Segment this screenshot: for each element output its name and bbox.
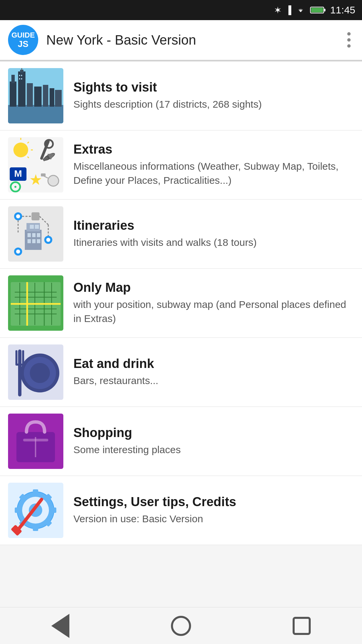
overflow-menu-button[interactable] [344, 29, 354, 51]
svg-point-41 [16, 214, 20, 218]
svg-rect-55 [37, 239, 40, 243]
menu-dot-3 [347, 44, 351, 48]
svg-point-20 [13, 143, 28, 157]
battery-icon [310, 6, 326, 14]
shopping-icon [8, 414, 63, 469]
eatdrink-title: Eat and drink [73, 357, 354, 371]
onlymap-text: Only Map with your position, subway map … [73, 280, 354, 326]
itineraries-text: Itineraries Itineraries with visits and … [73, 218, 354, 250]
menu-item-itineraries[interactable]: Itineraries Itineraries with visits and … [0, 200, 362, 269]
svg-rect-15 [19, 75, 20, 76]
sights-title: Sights to visit [73, 80, 354, 95]
menu-dot-1 [347, 32, 351, 36]
settings-subtitle: Version in use: Basic Version [73, 512, 354, 526]
svg-rect-7 [18, 71, 25, 107]
menu-item-onlymap[interactable]: Only Map with your position, subway map … [0, 269, 362, 338]
onlymap-title: Only Map [73, 280, 354, 295]
bottom-navigation [0, 607, 362, 644]
svg-rect-13 [50, 88, 54, 107]
svg-rect-93 [33, 526, 38, 531]
settings-title: Settings, User tips, Credits [73, 495, 354, 509]
svg-rect-54 [32, 239, 36, 243]
svg-rect-50 [27, 233, 31, 237]
menu-item-eatdrink[interactable]: Eat and drink Bars, restaurants... [0, 338, 362, 407]
svg-rect-6 [11, 75, 15, 83]
shopping-subtitle: Some interesting places [73, 443, 354, 457]
svg-rect-5 [10, 82, 16, 107]
svg-rect-48 [30, 225, 34, 229]
logo-guide-text: GUIDE [11, 31, 35, 39]
menu-dot-2 [347, 38, 351, 42]
bluetooth-icon: ✶ [274, 5, 282, 16]
app-title: New York - Basic Version [46, 33, 344, 48]
wifi-icon [295, 6, 306, 14]
svg-rect-52 [37, 233, 40, 237]
app-bar: GUIDE JS New York - Basic Version [0, 20, 362, 60]
sights-subtitle: Sights description (17 districts, 268 si… [73, 97, 354, 111]
home-button[interactable] [168, 612, 194, 639]
svg-rect-18 [21, 78, 22, 79]
svg-point-35 [14, 186, 16, 188]
svg-rect-10 [27, 83, 33, 107]
eatdrink-icon [8, 344, 63, 400]
itineraries-icon [8, 206, 63, 262]
recents-icon [293, 617, 311, 635]
svg-rect-4 [8, 105, 63, 123]
menu-list: Sights to visit Sights description (17 d… [0, 61, 362, 545]
svg-point-36 [48, 175, 59, 186]
svg-rect-43 [32, 212, 40, 220]
shopping-title: Shopping [73, 426, 354, 440]
eatdrink-subtitle: Bars, restaurants... [73, 374, 354, 388]
svg-rect-16 [21, 75, 22, 76]
recents-button[interactable] [288, 612, 315, 639]
onlymap-icon [8, 275, 63, 331]
svg-point-78 [30, 363, 50, 383]
onlymap-subtitle: with your position, subway map (and Pers… [73, 298, 354, 326]
back-icon [51, 614, 69, 638]
eatdrink-text: Eat and drink Bars, restaurants... [73, 357, 354, 388]
time-display: 11:45 [330, 4, 355, 16]
shopping-text: Shopping Some interesting places [73, 426, 354, 457]
settings-icon [8, 483, 63, 538]
svg-rect-95 [15, 507, 20, 513]
svg-rect-92 [33, 489, 38, 494]
svg-rect-14 [55, 90, 62, 107]
svg-rect-38 [41, 173, 46, 176]
extras-text: Extras Miscellaneous informations (Weath… [73, 142, 354, 187]
svg-text:M: M [14, 168, 22, 179]
itineraries-title: Itineraries [73, 218, 354, 233]
svg-point-57 [46, 238, 50, 242]
extras-title: Extras [73, 142, 354, 157]
menu-item-shopping[interactable]: Shopping Some interesting places [0, 407, 362, 476]
svg-point-60 [16, 250, 20, 254]
menu-item-settings[interactable]: Settings, User tips, Credits Version in … [0, 476, 362, 545]
signal-icon: ▐ [286, 5, 291, 15]
settings-text: Settings, User tips, Credits Version in … [73, 495, 354, 526]
svg-rect-51 [32, 233, 36, 237]
back-button[interactable] [47, 612, 74, 639]
extras-subtitle: Miscellaneous informations (Weather, Sub… [73, 159, 354, 187]
svg-rect-12 [43, 85, 48, 107]
svg-rect-94 [51, 507, 56, 513]
home-icon [171, 616, 191, 636]
app-logo: GUIDE JS [8, 25, 38, 55]
menu-item-sights[interactable]: Sights to visit Sights description (17 d… [0, 61, 362, 130]
svg-rect-49 [35, 225, 39, 229]
itineraries-subtitle: Itineraries with visits and walks (18 to… [73, 235, 354, 250]
extras-icon: M ★ [8, 137, 63, 193]
sights-text: Sights to visit Sights description (17 d… [73, 80, 354, 111]
sights-icon [8, 68, 63, 123]
svg-rect-2 [311, 8, 323, 12]
svg-rect-17 [19, 78, 20, 79]
menu-item-extras[interactable]: M ★ Extras Miscellaneous inform [0, 130, 362, 200]
status-bar: ✶ ▐ 11:45 [0, 0, 362, 20]
logo-js-text: JS [18, 39, 28, 49]
svg-rect-53 [27, 239, 31, 243]
svg-rect-1 [324, 9, 325, 11]
svg-text:★: ★ [29, 171, 42, 188]
svg-rect-11 [34, 87, 42, 107]
